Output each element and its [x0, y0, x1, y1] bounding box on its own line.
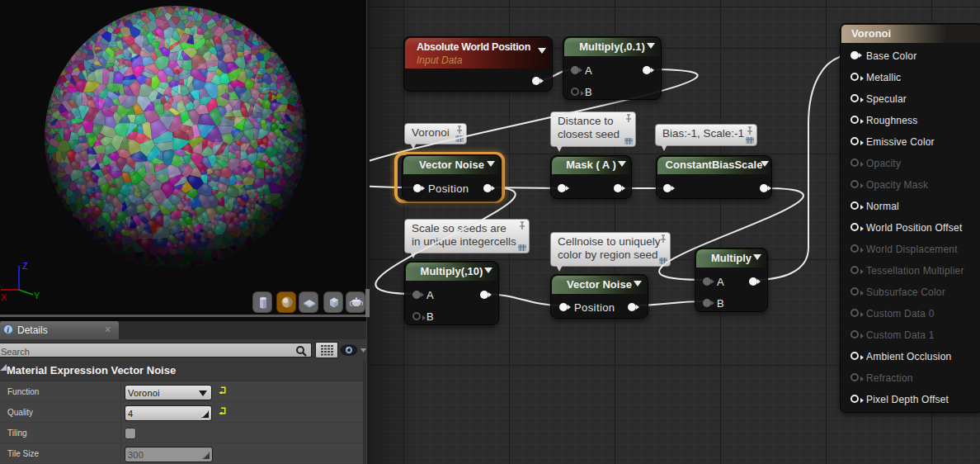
svg-text:X: X: [1, 292, 7, 302]
svg-text:i: i: [7, 325, 9, 334]
svg-text:Z: Z: [22, 261, 28, 271]
svg-text:Y: Y: [34, 291, 40, 301]
